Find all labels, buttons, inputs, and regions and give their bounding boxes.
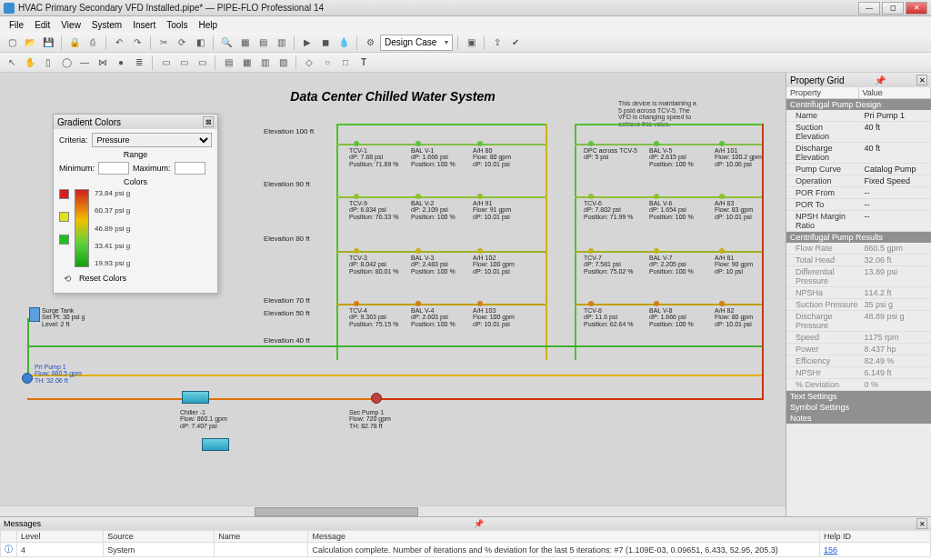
secondary-pump[interactable] bbox=[371, 393, 382, 404]
menu-help[interactable]: Help bbox=[194, 20, 224, 30]
min-input[interactable] bbox=[98, 162, 129, 175]
close-icon[interactable]: ⊠ bbox=[203, 116, 214, 127]
property-row[interactable]: Discharge Pressure48.89 psi g bbox=[786, 311, 931, 332]
property-row[interactable]: % Deviation0 % bbox=[786, 379, 931, 391]
property-row[interactable]: OperationFixed Speed bbox=[786, 175, 931, 187]
print-icon[interactable]: ⎙ bbox=[85, 35, 101, 51]
export-icon[interactable]: ⇪ bbox=[489, 35, 506, 51]
pipe-node[interactable] bbox=[588, 194, 594, 199]
drop-icon[interactable]: 💧 bbox=[335, 35, 352, 51]
grid-icon[interactable]: ▦ bbox=[236, 35, 253, 51]
pipe-node[interactable] bbox=[354, 301, 359, 306]
property-row[interactable]: Flow Rate860.5 gpm bbox=[786, 243, 931, 255]
property-row[interactable]: Speed1175 rpm bbox=[786, 332, 931, 344]
find-icon[interactable]: 🔍 bbox=[218, 35, 235, 51]
minimize-button[interactable]: — bbox=[858, 2, 880, 15]
lock-icon[interactable]: 🔒 bbox=[66, 35, 83, 51]
prop-group[interactable]: Text Settings bbox=[786, 391, 931, 402]
pipe-node[interactable] bbox=[415, 141, 421, 146]
pipe-node[interactable] bbox=[654, 301, 659, 306]
hx-icon[interactable]: ≣ bbox=[131, 55, 147, 71]
comp2-icon[interactable]: ▭ bbox=[175, 55, 192, 71]
open-icon[interactable]: 📂 bbox=[22, 35, 38, 51]
property-row[interactable]: NPSHa114.2 ft bbox=[786, 287, 931, 299]
pipe-node[interactable] bbox=[654, 194, 659, 199]
node-icon[interactable]: ● bbox=[113, 55, 129, 71]
pipe-node[interactable] bbox=[477, 194, 483, 199]
pipe-node[interactable] bbox=[719, 141, 725, 146]
comp1-icon[interactable]: ▭ bbox=[157, 55, 174, 71]
align2-icon[interactable]: ▦ bbox=[238, 55, 255, 71]
message-row[interactable]: ⓘ 4 System Calculation complete. Number … bbox=[1, 543, 931, 557]
align3-icon[interactable]: ▥ bbox=[256, 55, 273, 71]
property-row[interactable]: Suction Elevation40 ft bbox=[786, 122, 931, 143]
anno1-icon[interactable]: ◇ bbox=[301, 55, 317, 71]
panel-icon[interactable]: ▣ bbox=[463, 35, 479, 51]
menu-system[interactable]: System bbox=[86, 20, 127, 30]
close-button[interactable]: ✕ bbox=[906, 2, 927, 15]
design-case-combo[interactable]: Design Case bbox=[380, 35, 453, 51]
swatch-green[interactable] bbox=[59, 235, 69, 245]
pipe-node[interactable] bbox=[477, 141, 483, 146]
align1-icon[interactable]: ▤ bbox=[220, 55, 236, 71]
messages-panel[interactable]: Messages📌✕ Level Source Name Message Hel… bbox=[0, 516, 931, 560]
tank-icon[interactable]: ▯ bbox=[40, 55, 56, 71]
pipe-node[interactable] bbox=[719, 301, 725, 306]
select-icon[interactable]: ↖ bbox=[4, 55, 20, 71]
menu-edit[interactable]: Edit bbox=[29, 20, 55, 30]
pipe-node[interactable] bbox=[719, 194, 725, 199]
redo-icon[interactable]: ↷ bbox=[129, 35, 145, 51]
property-row[interactable]: Power8.437 hp bbox=[786, 344, 931, 355]
pipe-node[interactable] bbox=[477, 248, 483, 254]
pipe-node[interactable] bbox=[588, 301, 594, 306]
pipe-node[interactable] bbox=[415, 248, 421, 254]
save-icon[interactable]: 💾 bbox=[40, 35, 56, 51]
pump-icon[interactable]: ◯ bbox=[58, 55, 75, 71]
pipe-node[interactable] bbox=[654, 248, 659, 254]
property-row[interactable]: NPSH Margin Ratio-- bbox=[786, 211, 931, 232]
pin-icon[interactable]: 📌 bbox=[474, 519, 484, 528]
new-icon[interactable]: ▢ bbox=[4, 35, 20, 51]
property-grid[interactable]: Property Grid📌✕ PropertyValue Centrifuga… bbox=[786, 73, 931, 516]
stop-icon[interactable]: ◼ bbox=[317, 35, 334, 51]
property-row[interactable]: POR From-- bbox=[786, 187, 931, 199]
pipe-node[interactable] bbox=[415, 194, 421, 199]
anno3-icon[interactable]: □ bbox=[337, 55, 354, 71]
prop-group[interactable]: Symbol Settings bbox=[786, 402, 931, 413]
drawing-canvas[interactable]: Data Center Chilled Water System This de… bbox=[0, 73, 786, 516]
chiller[interactable] bbox=[182, 391, 209, 404]
hand-icon[interactable]: ✋ bbox=[22, 55, 38, 71]
text-icon[interactable]: T bbox=[355, 55, 372, 71]
tool-icon[interactable]: ◧ bbox=[192, 35, 208, 51]
run-icon[interactable]: ▶ bbox=[299, 35, 315, 51]
pipe-node[interactable] bbox=[354, 248, 359, 254]
menu-view[interactable]: View bbox=[55, 20, 86, 30]
swatch-yellow[interactable] bbox=[59, 212, 69, 222]
criteria-select[interactable]: Pressure bbox=[92, 133, 212, 147]
property-row[interactable]: NPSHr6.149 ft bbox=[786, 367, 931, 379]
menu-file[interactable]: File bbox=[4, 20, 29, 30]
close-icon[interactable]: ✕ bbox=[916, 518, 927, 529]
pipe-node[interactable] bbox=[477, 301, 483, 306]
pipe-node[interactable] bbox=[588, 248, 594, 254]
pin-icon[interactable]: 📌 bbox=[875, 75, 886, 85]
pipe-node[interactable] bbox=[588, 141, 594, 146]
check-icon[interactable]: ✔ bbox=[507, 35, 524, 51]
prop-group[interactable]: Centrifugal Pump Design bbox=[786, 99, 931, 110]
refresh-icon[interactable]: ⟳ bbox=[174, 35, 190, 51]
menu-insert[interactable]: Insert bbox=[127, 20, 161, 30]
reset-colors[interactable]: Reset Colors bbox=[79, 274, 126, 283]
pipe-node[interactable] bbox=[654, 141, 659, 146]
property-row[interactable]: Differential Pressure13.89 psi bbox=[786, 266, 931, 287]
reset-icon[interactable]: ⟲ bbox=[59, 270, 75, 286]
property-row[interactable]: Suction Pressure35 psi g bbox=[786, 299, 931, 311]
pipe-node[interactable] bbox=[354, 141, 359, 146]
cut-icon[interactable]: ✂ bbox=[155, 35, 172, 51]
property-row[interactable]: Total Head32.06 ft bbox=[786, 255, 931, 266]
primary-pump[interactable] bbox=[22, 373, 33, 384]
pipe-icon[interactable]: — bbox=[76, 55, 93, 71]
surge-tank[interactable] bbox=[29, 307, 40, 322]
chiller-spare[interactable] bbox=[202, 438, 229, 451]
close-icon[interactable]: ✕ bbox=[916, 75, 927, 85]
swatch-red[interactable] bbox=[59, 189, 69, 199]
